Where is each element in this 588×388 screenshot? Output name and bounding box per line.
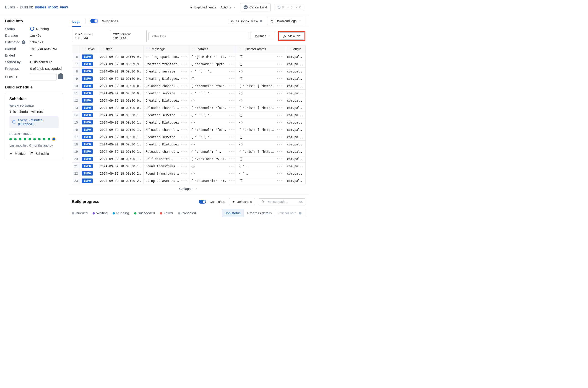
more-icon[interactable]: •••: [229, 164, 235, 168]
more-icon[interactable]: •••: [181, 70, 187, 73]
explore-lineage-button[interactable]: Explore lineage: [189, 5, 216, 9]
more-icon[interactable]: •••: [181, 128, 187, 132]
build-id-field[interactable]: [30, 73, 56, 80]
table-row[interactable]: 8INFO2024-09-02 18:09:00.069Creating ser…: [72, 68, 306, 75]
table-row[interactable]: 21INFO2024-09-02 18:09:00.194Found trans…: [72, 163, 306, 170]
tab-job-status[interactable]: Job status: [222, 209, 244, 217]
table-row[interactable]: 7INFO2024-09-02 18:08:59.992Starting tra…: [72, 60, 306, 68]
breadcrumb-target[interactable]: issues_inbox_view: [35, 5, 68, 9]
more-icon[interactable]: •••: [181, 106, 187, 110]
refresh-badge[interactable]: 0: [278, 5, 284, 9]
table-row[interactable]: 22INFO2024-09-02 18:09:00.208Found trans…: [72, 170, 306, 177]
more-icon[interactable]: •••: [229, 106, 235, 110]
schedule-interval-pill[interactable]: Every 5 minutes (Europe/P…: [9, 116, 59, 128]
more-icon[interactable]: •••: [277, 55, 283, 59]
more-icon[interactable]: •••: [229, 62, 235, 66]
run-dot[interactable]: [48, 138, 50, 141]
schedule-button[interactable]: Schedule: [30, 152, 49, 155]
more-icon[interactable]: •••: [229, 179, 235, 183]
more-icon[interactable]: •••: [229, 70, 235, 73]
check-badge[interactable]: 0: [286, 5, 292, 9]
gantt-toggle[interactable]: [199, 200, 206, 204]
more-icon[interactable]: •••: [181, 113, 187, 117]
more-icon[interactable]: •••: [229, 55, 235, 59]
header-origin[interactable]: ⋮⋮origin: [285, 45, 306, 53]
header-unsafe[interactable]: ⋮⋮unsafeParams: [237, 45, 285, 53]
table-row[interactable]: 18INFO2024-09-02 18:09:00.126Creating Di…: [72, 141, 306, 148]
more-icon[interactable]: •••: [277, 121, 283, 124]
more-icon[interactable]: •••: [229, 121, 235, 124]
more-icon[interactable]: •••: [229, 157, 235, 161]
more-icon[interactable]: •••: [277, 164, 283, 168]
more-icon[interactable]: •••: [277, 157, 283, 161]
more-icon[interactable]: •••: [181, 99, 187, 102]
columns-dropdown[interactable]: Columns: [250, 32, 275, 40]
more-icon[interactable]: •••: [181, 62, 187, 66]
table-row[interactable]: 23INFO2024-09-02 18:09:00.248Using datas…: [72, 177, 306, 184]
help-icon[interactable]: ?: [22, 40, 25, 44]
more-icon[interactable]: •••: [277, 128, 283, 132]
filter-logs-input[interactable]: [149, 32, 248, 40]
more-icon[interactable]: •••: [181, 91, 187, 95]
tab-logs[interactable]: Logs: [72, 18, 81, 27]
more-icon[interactable]: •••: [277, 179, 283, 183]
more-icon[interactable]: •••: [181, 55, 187, 59]
run-dot[interactable]: [9, 138, 12, 141]
more-icon[interactable]: •••: [229, 99, 235, 102]
more-icon[interactable]: •••: [181, 179, 187, 183]
job-status-filter-button[interactable]: Job status: [229, 198, 255, 205]
more-icon[interactable]: •••: [181, 77, 187, 80]
table-row[interactable]: 14INFO2024-09-02 18:09:00.102Creating se…: [72, 112, 306, 119]
run-dot[interactable]: [33, 138, 36, 141]
run-dot-active[interactable]: [52, 138, 55, 141]
download-logs-button[interactable]: Download logs: [267, 17, 306, 25]
metrics-button[interactable]: Metrics: [9, 152, 25, 155]
collapse-button[interactable]: Collapse: [68, 184, 309, 194]
more-icon[interactable]: •••: [277, 77, 283, 80]
more-icon[interactable]: •••: [181, 164, 187, 168]
run-dot[interactable]: [28, 138, 31, 141]
more-icon[interactable]: •••: [277, 143, 283, 146]
table-row[interactable]: 12INFO2024-09-02 18:09:00.088Creating Di…: [72, 97, 306, 104]
more-icon[interactable]: •••: [181, 84, 187, 88]
more-icon[interactable]: •••: [181, 157, 187, 161]
breadcrumb-root[interactable]: Builds: [5, 5, 15, 9]
clipboard-icon[interactable]: [58, 74, 63, 79]
header-level[interactable]: ⋮⋮level: [80, 45, 98, 53]
more-icon[interactable]: •••: [229, 150, 235, 153]
view-live-button[interactable]: View live: [279, 32, 304, 40]
run-dot[interactable]: [19, 138, 22, 141]
more-icon[interactable]: •••: [277, 172, 283, 175]
more-icon[interactable]: •••: [229, 135, 235, 139]
more-icon[interactable]: •••: [277, 62, 283, 66]
table-row[interactable]: 17INFO2024-09-02 18:09:00.125Creating se…: [72, 133, 306, 141]
more-icon[interactable]: •••: [181, 143, 187, 146]
more-icon[interactable]: •••: [229, 77, 235, 80]
table-row[interactable]: 6INFO2024-09-02 18:08:59.992Getting Spar…: [72, 53, 306, 60]
close-icon[interactable]: ✕: [260, 19, 262, 23]
more-icon[interactable]: •••: [181, 150, 187, 153]
more-icon[interactable]: •••: [277, 106, 283, 110]
header-time[interactable]: ⋮⋮time: [98, 45, 144, 53]
more-icon[interactable]: •••: [181, 121, 187, 124]
more-icon[interactable]: •••: [277, 113, 283, 117]
cancel-build-button[interactable]: — Cancel build: [240, 3, 271, 11]
more-icon[interactable]: •••: [277, 91, 283, 95]
table-row[interactable]: 10INFO2024-09-02 18:09:00.076Reloaded ch…: [72, 82, 306, 90]
more-icon[interactable]: •••: [277, 84, 283, 88]
run-dot[interactable]: [24, 138, 26, 141]
table-row[interactable]: 16INFO2024-09-02 18:09:00.103Reloaded ch…: [72, 126, 306, 133]
table-row[interactable]: 15INFO2024-09-02 18:09:00.102Creating Di…: [72, 119, 306, 126]
tab-progress-details[interactable]: Progress details: [244, 209, 275, 217]
table-row[interactable]: 9INFO2024-09-02 18:09:00.073Creating Dia…: [72, 75, 306, 82]
more-icon[interactable]: •••: [229, 91, 235, 95]
header-message[interactable]: ⋮⋮message: [144, 45, 189, 53]
dataset-search-input[interactable]: Dataset path… ⌘K: [259, 198, 306, 205]
actions-dropdown[interactable]: Actions: [221, 5, 236, 9]
date-from-input[interactable]: 2024-08-20 18:09:44: [72, 30, 108, 42]
table-row[interactable]: 20INFO2024-09-02 18:09:00.144Self-detect…: [72, 155, 306, 163]
more-icon[interactable]: •••: [229, 128, 235, 132]
run-dot[interactable]: [38, 138, 41, 141]
more-icon[interactable]: •••: [229, 113, 235, 117]
more-icon[interactable]: •••: [229, 143, 235, 146]
